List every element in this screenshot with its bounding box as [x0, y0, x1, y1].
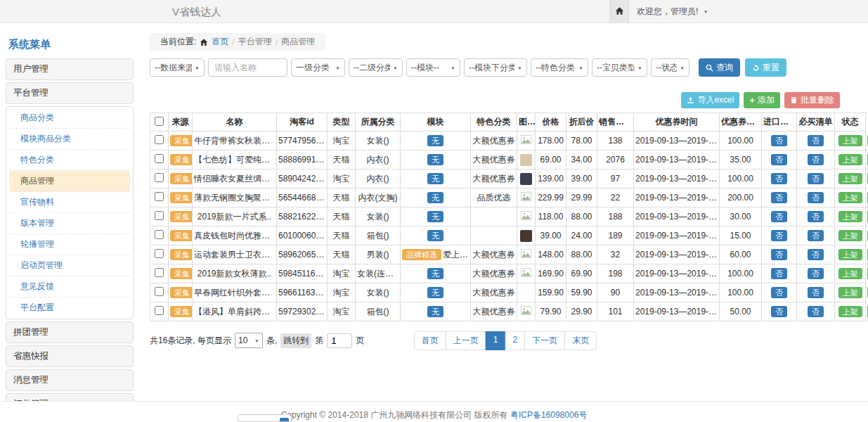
status-button[interactable]: 上架: [838, 211, 862, 222]
ops-cell: [866, 283, 868, 302]
search-button[interactable]: 查询: [699, 58, 740, 77]
per-page-select[interactable]: 10 ▼: [235, 333, 263, 348]
status-button[interactable]: 上架: [838, 268, 862, 279]
pager-button[interactable]: 上一页: [446, 331, 486, 350]
sidebar-section[interactable]: 省惠快报: [6, 345, 134, 367]
sidebar-section[interactable]: 用户管理: [6, 58, 134, 80]
row-checkbox[interactable]: [155, 249, 164, 258]
taoke-id: 588869917501: [277, 151, 328, 170]
row-checkbox[interactable]: [155, 211, 164, 220]
sidebar-section[interactable]: 平台管理: [6, 82, 134, 104]
row-checkbox[interactable]: [155, 268, 164, 277]
filter-select-status[interactable]: --状态--▼: [651, 58, 689, 77]
filter-select-level2-category[interactable]: --二级分类--▼: [349, 58, 403, 77]
sidebar-item[interactable]: 意见反馈: [9, 276, 130, 298]
import-excel-button[interactable]: 导入excel: [681, 92, 739, 108]
import-optional-badge[interactable]: 否: [771, 173, 787, 184]
sidebar-section[interactable]: 订单管理: [6, 393, 134, 401]
pager-button[interactable]: 末页: [564, 331, 597, 350]
must-buy-badge[interactable]: 否: [808, 268, 824, 279]
status-button[interactable]: 上架: [838, 249, 862, 260]
import-optional-badge[interactable]: 否: [771, 211, 787, 222]
pager-button[interactable]: 1: [486, 331, 506, 350]
filter-input-name[interactable]: [208, 58, 287, 77]
sidebar-item[interactable]: 特色分类: [9, 150, 130, 171]
source-badge: 采集: [170, 249, 193, 260]
status-button[interactable]: 上架: [838, 173, 862, 184]
broken-image-icon: [521, 212, 531, 222]
row-checkbox[interactable]: [155, 306, 164, 315]
row-checkbox[interactable]: [155, 173, 164, 182]
coupon-amount: 30.00: [720, 207, 762, 226]
status-button[interactable]: 上架: [838, 154, 862, 165]
import-optional-badge[interactable]: 否: [771, 135, 787, 146]
home-button[interactable]: [610, 0, 629, 23]
filter-select-item-type[interactable]: --宝贝类型--▼: [592, 58, 647, 77]
filter-select-module[interactable]: --模块--▼: [406, 58, 460, 77]
sidebar-item[interactable]: 宣传物料: [9, 192, 130, 213]
sidebar-item[interactable]: 商品分类: [9, 108, 130, 129]
icp-link[interactable]: 粤ICP备16098006号: [510, 410, 587, 420]
status-button[interactable]: 上架: [838, 306, 862, 317]
import-optional-cell: 否: [762, 207, 797, 226]
import-optional-badge[interactable]: 否: [771, 249, 787, 260]
import-optional-badge[interactable]: 否: [771, 306, 787, 317]
add-button[interactable]: + 添加: [744, 92, 780, 108]
must-buy-badge[interactable]: 否: [808, 249, 824, 260]
must-buy-badge[interactable]: 否: [808, 173, 824, 184]
product-name: 【七色纺】可爱纯棉家..: [193, 151, 277, 170]
module-badge: 无: [427, 135, 443, 146]
sidebar-item[interactable]: 模块商品分类: [9, 129, 130, 150]
row-checkbox[interactable]: [155, 135, 164, 144]
must-buy-badge[interactable]: 否: [808, 211, 824, 222]
jump-button[interactable]: 跳转到: [280, 333, 311, 348]
reset-button[interactable]: 重置: [745, 58, 786, 77]
import-optional-badge[interactable]: 否: [771, 154, 787, 165]
product-category: 女装(): [356, 207, 401, 226]
sidebar-section[interactable]: 消息管理: [6, 369, 134, 391]
filter-select-feature-category[interactable]: --特色分类--▼: [531, 58, 588, 77]
sidebar-item[interactable]: 版本管理: [9, 213, 130, 234]
table-row: 采集2019新款女秋薄款..598451162391淘宝女装(连衣裙)无大额优惠…: [150, 264, 868, 283]
row-checkbox[interactable]: [155, 230, 164, 239]
batch-delete-button[interactable]: 批量删除: [784, 92, 840, 108]
feature-category: 大额优惠券: [471, 245, 517, 264]
must-buy-badge[interactable]: 否: [808, 135, 824, 146]
pagination-summary: 共16条记录, 每页显示 10 ▼ 条, 跳转到 第 页: [150, 333, 364, 348]
module-cell: 无: [401, 207, 471, 226]
must-buy-badge[interactable]: 否: [808, 192, 824, 203]
sidebar-item[interactable]: 轮播管理: [9, 234, 130, 255]
product-name: 【港风】单肩斜跨链条..: [193, 302, 277, 321]
filter-select-level1-category[interactable]: 一级分类▼: [291, 58, 345, 77]
row-checkbox[interactable]: [155, 192, 164, 201]
must-buy-badge[interactable]: 否: [808, 306, 824, 317]
must-buy-badge[interactable]: 否: [808, 287, 824, 298]
discount-price: 24.00: [566, 226, 597, 245]
must-buy-badge[interactable]: 否: [808, 230, 824, 241]
filter-select-data-source[interactable]: --数据来源--▼: [150, 58, 205, 77]
sidebar-item[interactable]: 商品管理: [9, 171, 130, 192]
page-number-input[interactable]: [327, 333, 352, 348]
sidebar-section[interactable]: 拼团管理: [6, 321, 134, 343]
filter-select-module-sub-category[interactable]: --模块下分类--▼: [464, 58, 527, 77]
row-checkbox[interactable]: [155, 154, 164, 163]
user-menu[interactable]: 欢迎您，管理员! ▼: [637, 0, 708, 23]
status-button[interactable]: 上架: [838, 287, 862, 298]
import-optional-badge[interactable]: 否: [771, 230, 787, 241]
must-buy-badge[interactable]: 否: [808, 154, 824, 165]
pager-button[interactable]: 2: [505, 331, 526, 350]
status-button[interactable]: 上架: [838, 135, 862, 146]
import-optional-badge[interactable]: 否: [771, 287, 787, 298]
select-all-checkbox[interactable]: [155, 117, 164, 126]
row-checkbox[interactable]: [155, 287, 164, 296]
import-optional-badge[interactable]: 否: [771, 192, 787, 203]
sidebar-item[interactable]: 启动页管理: [9, 255, 130, 276]
breadcrumb-home-link[interactable]: 首页: [212, 36, 228, 48]
sidebar-item[interactable]: 平台配置: [9, 298, 130, 318]
status-button[interactable]: 上架: [838, 230, 862, 241]
pager-button[interactable]: 首页: [414, 331, 446, 350]
status-button[interactable]: 上架: [838, 192, 862, 203]
pager-button[interactable]: 下一页: [524, 331, 565, 350]
breadcrumb-separator: /: [232, 37, 234, 47]
import-optional-badge[interactable]: 否: [771, 268, 787, 279]
